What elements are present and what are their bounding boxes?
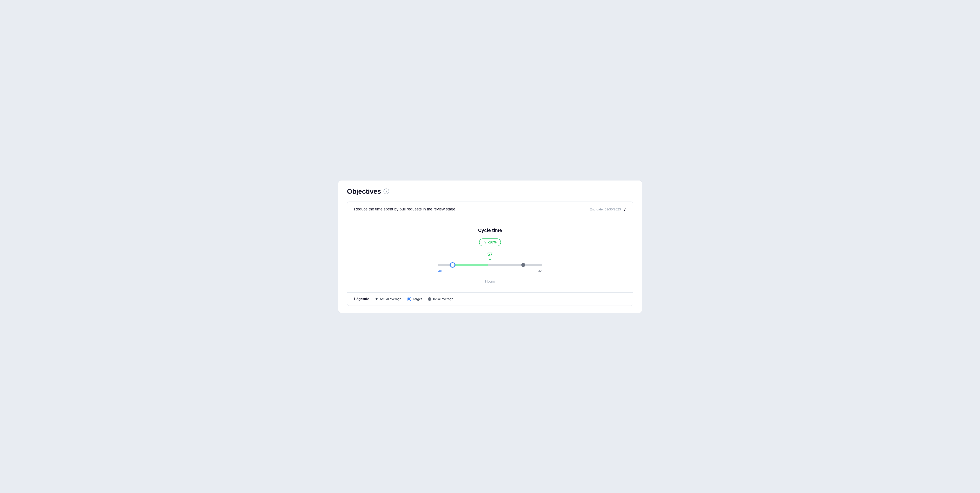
chart-area: Cycle time ↘ -20% 57 ▼: [347, 217, 633, 292]
slider-min-label: 40: [438, 269, 442, 273]
legend-item-target: Target: [407, 297, 422, 301]
info-icon[interactable]: i: [383, 188, 389, 194]
legend-initial-label: Initial average: [433, 297, 453, 301]
badge-container: ↘ -20%: [479, 238, 501, 246]
slider-section: 57 ▼ 40 92: [438, 252, 542, 273]
objective-row-title: Reduce the time spent by pull requests i…: [354, 207, 455, 212]
target-icon: [407, 297, 411, 301]
slider-track: [438, 264, 542, 266]
current-value-arrow-icon: ▼: [488, 258, 492, 262]
end-date-label: End date: 01/30/2023: [590, 207, 621, 211]
legend-title: Légende: [354, 297, 369, 301]
slider-track-wrapper: [438, 263, 542, 267]
slider-thumb-initial[interactable]: [521, 263, 525, 267]
legend-target-label: Target: [413, 297, 422, 301]
slider-thumb-target[interactable]: [450, 262, 455, 268]
legend-item-initial: Initial average: [428, 297, 453, 301]
objectives-title: Objectives: [347, 187, 381, 195]
legend-item-actual: Actual average: [375, 297, 401, 301]
objective-meta: End date: 01/30/2023 ∨: [590, 207, 626, 212]
chart-title: Cycle time: [478, 228, 502, 233]
badge-value: -20%: [488, 240, 496, 244]
objective-inner-card: Reduce the time spent by pull requests i…: [347, 201, 633, 306]
legend-area: Légende Actual average Target Initial av…: [347, 292, 633, 306]
legend-actual-label: Actual average: [380, 297, 401, 301]
chevron-down-icon[interactable]: ∨: [623, 207, 626, 212]
badge-arrow-icon: ↘: [484, 240, 486, 244]
initial-average-icon: [428, 297, 431, 301]
actual-average-icon: [375, 298, 378, 300]
objective-row-header: Reduce the time spent by pull requests i…: [347, 202, 633, 217]
objectives-header: Objectives i: [347, 187, 633, 195]
slider-labels: 40 92: [438, 269, 542, 273]
current-value: 57: [487, 252, 493, 257]
hours-label: Hours: [485, 279, 495, 284]
slider-max-label: 92: [538, 269, 542, 273]
percentage-badge: ↘ -20%: [479, 238, 501, 246]
objectives-card: Objectives i Reduce the time spent by pu…: [338, 180, 642, 313]
slider-fill-green: [453, 264, 488, 266]
